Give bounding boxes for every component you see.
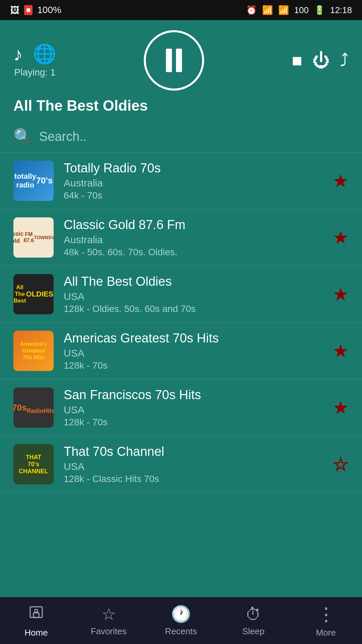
station-name-1: Totally Radio 70s: [64, 161, 322, 175]
sleep-icon: ⏱: [245, 605, 261, 624]
station-meta-5: 128k - 70s: [64, 417, 322, 428]
player-header: ♪ 🌐 Playing: 1 ■ ⏻ ⤴ All The Best Oldies: [0, 20, 362, 121]
player-right-controls: ■ ⏻ ⤴: [292, 50, 349, 70]
power-icon[interactable]: ⏻: [312, 50, 330, 70]
station-meta-1: 64k - 70s: [64, 190, 322, 201]
station-info-5: San Franciscos 70s Hits USA 128k - 70s: [64, 388, 322, 428]
home-icon: [27, 603, 45, 625]
list-item[interactable]: totallyradio70's Totally Radio 70s Austr…: [0, 153, 362, 209]
nav-label-recents: Recents: [165, 626, 197, 637]
search-icon: 🔍: [13, 127, 33, 146]
list-item[interactable]: All The BestOLDIES All The Best Oldies U…: [0, 266, 362, 323]
station-info-3: All The Best Oldies USA 128k - Oldies. 5…: [64, 274, 322, 314]
favorite-button-1[interactable]: ★: [333, 170, 349, 192]
nav-label-home: Home: [24, 628, 48, 638]
station-logo-5: 70sRadioHits: [13, 387, 54, 428]
bottom-nav: Home ☆ Favorites 🕐 Recents ⏱ Sleep ⋮ Mor…: [0, 597, 362, 644]
stop-icon[interactable]: ■: [292, 50, 302, 70]
battery-percent: 100: [294, 5, 309, 15]
station-meta-2: 48k - 50s. 60s. 70s. Oldies.: [64, 247, 322, 258]
nav-item-home[interactable]: Home: [0, 603, 72, 638]
favorite-button-6[interactable]: ☆: [333, 454, 349, 475]
station-logo-4: America'sGreatest70s Hits: [13, 331, 54, 371]
alarm-icon: ⏰: [246, 5, 257, 15]
nav-item-recents[interactable]: 🕐 Recents: [145, 605, 217, 637]
station-logo-3: All The BestOLDIES: [13, 274, 54, 314]
station-info-6: That 70s Channel USA 128k - Classic Hits…: [64, 444, 322, 484]
battery-icon: 🔋: [314, 5, 325, 15]
nav-item-favorites[interactable]: ☆ Favorites: [72, 605, 145, 637]
playing-label: Playing: 1: [14, 67, 56, 78]
station-meta-3: 128k - Oldies. 50s. 60s and 70s: [64, 304, 322, 314]
station-logo-6: THAT70'sCHANNEL: [13, 444, 54, 484]
station-list: totallyradio70's Totally Radio 70s Austr…: [0, 153, 362, 602]
nav-label-more: More: [316, 628, 336, 638]
station-meta-4: 128k - 70s: [64, 360, 322, 371]
station-info-1: Totally Radio 70s Australia 64k - 70s: [64, 161, 322, 201]
pause-button[interactable]: [144, 30, 204, 91]
station-country-4: USA: [64, 347, 322, 359]
svg-rect-2: [35, 609, 38, 612]
search-bar: 🔍: [0, 121, 362, 153]
station-country-1: Australia: [64, 177, 322, 189]
nav-item-sleep[interactable]: ⏱ Sleep: [217, 605, 290, 637]
station-country-5: USA: [64, 404, 322, 416]
status-left: 🖼 ■ 100%: [10, 5, 61, 16]
status-right: ⏰ 📶 📶 100 🔋 12:18: [246, 5, 352, 15]
player-left-controls: ♪ 🌐 Playing: 1: [13, 43, 56, 78]
station-name-3: All The Best Oldies: [64, 274, 322, 289]
wifi-icon: 📶: [262, 5, 273, 15]
svg-rect-1: [34, 613, 39, 618]
photo-icon: 🖼: [10, 5, 19, 16]
now-playing-title: All The Best Oldies: [13, 97, 148, 114]
station-info-4: Americas Greatest 70s Hits USA 128k - 70…: [64, 331, 322, 371]
station-info-2: Classic Gold 87.6 Fm Australia 48k - 50s…: [64, 218, 322, 258]
list-item[interactable]: THAT70'sCHANNEL That 70s Channel USA 128…: [0, 436, 362, 493]
nav-label-sleep: Sleep: [242, 626, 265, 637]
station-logo-2: ClassicGoldFM 87.6TOWNSVILLE: [13, 217, 54, 258]
globe-icon[interactable]: 🌐: [33, 43, 56, 65]
list-item[interactable]: ClassicGoldFM 87.6TOWNSVILLE Classic Gol…: [0, 209, 362, 266]
favorite-button-2[interactable]: ★: [333, 227, 349, 248]
music-icon[interactable]: ♪: [13, 43, 23, 65]
favorites-icon: ☆: [102, 605, 116, 624]
search-input[interactable]: [39, 129, 349, 144]
station-country-3: USA: [64, 291, 322, 302]
radio-icon: ■: [24, 5, 33, 15]
station-country-6: USA: [64, 461, 322, 472]
station-meta-6: 128k - Classic Hits 70s: [64, 474, 322, 484]
list-item[interactable]: America'sGreatest70s Hits Americas Great…: [0, 323, 362, 379]
share-icon[interactable]: ⤴: [340, 50, 349, 70]
station-country-2: Australia: [64, 234, 322, 246]
signal-icon: 📶: [278, 5, 289, 15]
station-name-6: That 70s Channel: [64, 444, 322, 459]
nav-item-more[interactable]: ⋮ More: [290, 604, 362, 638]
list-item[interactable]: 70sRadioHits San Franciscos 70s Hits USA…: [0, 379, 362, 436]
favorite-button-5[interactable]: ★: [333, 397, 349, 418]
station-name-5: San Franciscos 70s Hits: [64, 388, 322, 402]
favorite-button-4[interactable]: ★: [333, 340, 349, 362]
more-icon: ⋮: [317, 604, 335, 625]
recents-icon: 🕐: [171, 605, 191, 624]
nav-label-favorites: Favorites: [91, 626, 127, 637]
status-bar: 🖼 ■ 100% ⏰ 📶 📶 100 🔋 12:18: [0, 0, 362, 20]
station-logo-1: totallyradio70's: [13, 161, 54, 201]
favorite-button-3[interactable]: ★: [333, 284, 349, 305]
station-name-2: Classic Gold 87.6 Fm: [64, 218, 322, 232]
station-name-4: Americas Greatest 70s Hits: [64, 331, 322, 345]
clock-time: 12:18: [330, 5, 352, 15]
player-controls-row: ♪ 🌐 Playing: 1 ■ ⏻ ⤴: [13, 30, 349, 91]
status-number: 100%: [37, 5, 61, 15]
